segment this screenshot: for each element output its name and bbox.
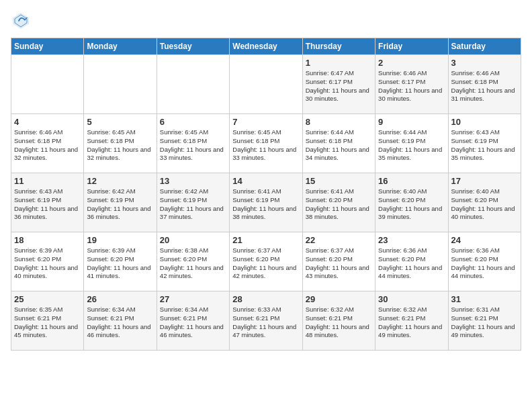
calendar-cell: 16Sunrise: 6:40 AM Sunset: 6:20 PM Dayli… (375, 173, 448, 232)
day-sun-info: Sunrise: 6:43 AM Sunset: 6:19 PM Dayligh… (14, 187, 81, 222)
day-sun-info: Sunrise: 6:34 AM Sunset: 6:21 PM Dayligh… (160, 306, 226, 340)
calendar-week-row: 11Sunrise: 6:43 AM Sunset: 6:19 PM Dayli… (11, 173, 521, 232)
calendar-cell (84, 55, 157, 114)
day-number: 21 (232, 235, 299, 245)
day-of-week-header: Thursday (302, 38, 375, 55)
calendar-cell: 12Sunrise: 6:42 AM Sunset: 6:19 PM Dayli… (84, 173, 157, 232)
calendar-cell: 14Sunrise: 6:41 AM Sunset: 6:19 PM Dayli… (230, 173, 302, 232)
day-sun-info: Sunrise: 6:47 AM Sunset: 6:17 PM Dayligh… (306, 69, 372, 103)
page-header (11, 11, 521, 31)
calendar-cell: 3Sunrise: 6:46 AM Sunset: 6:18 PM Daylig… (448, 55, 521, 114)
day-sun-info: Sunrise: 6:45 AM Sunset: 6:18 PM Dayligh… (87, 128, 153, 163)
day-number: 22 (306, 235, 372, 245)
day-sun-info: Sunrise: 6:32 AM Sunset: 6:21 PM Dayligh… (378, 306, 445, 340)
day-of-week-header: Wednesday (230, 38, 302, 55)
day-of-week-header: Saturday (448, 38, 521, 55)
calendar-cell: 8Sunrise: 6:44 AM Sunset: 6:18 PM Daylig… (302, 114, 375, 173)
day-number: 25 (14, 294, 81, 304)
day-number: 6 (160, 117, 226, 127)
day-sun-info: Sunrise: 6:42 AM Sunset: 6:19 PM Dayligh… (160, 187, 226, 222)
day-sun-info: Sunrise: 6:37 AM Sunset: 6:20 PM Dayligh… (306, 246, 372, 281)
calendar-table: SundayMondayTuesdayWednesdayThursdayFrid… (11, 38, 521, 351)
day-number: 11 (14, 176, 81, 186)
day-number: 29 (306, 294, 372, 304)
day-number: 17 (451, 176, 518, 186)
calendar-cell: 26Sunrise: 6:34 AM Sunset: 6:21 PM Dayli… (84, 291, 157, 351)
day-sun-info: Sunrise: 6:34 AM Sunset: 6:21 PM Dayligh… (87, 306, 153, 340)
calendar-cell: 19Sunrise: 6:39 AM Sunset: 6:20 PM Dayli… (84, 232, 157, 291)
day-sun-info: Sunrise: 6:39 AM Sunset: 6:20 PM Dayligh… (14, 246, 81, 281)
day-number: 13 (160, 176, 226, 186)
day-of-week-header: Tuesday (157, 38, 229, 55)
calendar-cell: 1Sunrise: 6:47 AM Sunset: 6:17 PM Daylig… (302, 55, 375, 114)
day-sun-info: Sunrise: 6:33 AM Sunset: 6:21 PM Dayligh… (232, 306, 299, 340)
calendar-cell: 29Sunrise: 6:32 AM Sunset: 6:21 PM Dayli… (302, 291, 375, 351)
calendar-cell: 11Sunrise: 6:43 AM Sunset: 6:19 PM Dayli… (11, 173, 84, 232)
calendar-cell (230, 55, 302, 114)
logo (11, 11, 34, 31)
calendar-cell: 23Sunrise: 6:36 AM Sunset: 6:20 PM Dayli… (375, 232, 448, 291)
calendar-cell: 9Sunrise: 6:44 AM Sunset: 6:19 PM Daylig… (375, 114, 448, 173)
calendar-cell (157, 55, 229, 114)
day-number: 18 (14, 235, 81, 245)
day-number: 15 (306, 176, 372, 186)
calendar-cell: 7Sunrise: 6:45 AM Sunset: 6:18 PM Daylig… (230, 114, 302, 173)
day-sun-info: Sunrise: 6:45 AM Sunset: 6:18 PM Dayligh… (232, 128, 299, 163)
calendar-cell: 25Sunrise: 6:35 AM Sunset: 6:21 PM Dayli… (11, 291, 84, 351)
day-number: 7 (232, 117, 299, 127)
calendar-week-row: 25Sunrise: 6:35 AM Sunset: 6:21 PM Dayli… (11, 291, 521, 351)
day-of-week-header: Sunday (11, 38, 84, 55)
calendar-week-row: 18Sunrise: 6:39 AM Sunset: 6:20 PM Dayli… (11, 232, 521, 291)
calendar-header: SundayMondayTuesdayWednesdayThursdayFrid… (11, 38, 521, 55)
day-number: 8 (306, 117, 372, 127)
day-sun-info: Sunrise: 6:41 AM Sunset: 6:19 PM Dayligh… (232, 187, 299, 222)
day-sun-info: Sunrise: 6:40 AM Sunset: 6:20 PM Dayligh… (451, 187, 518, 222)
day-sun-info: Sunrise: 6:35 AM Sunset: 6:21 PM Dayligh… (14, 306, 81, 340)
day-sun-info: Sunrise: 6:31 AM Sunset: 6:21 PM Dayligh… (451, 306, 518, 340)
day-sun-info: Sunrise: 6:42 AM Sunset: 6:19 PM Dayligh… (87, 187, 153, 222)
calendar-week-row: 1Sunrise: 6:47 AM Sunset: 6:17 PM Daylig… (11, 55, 521, 114)
day-of-week-header: Monday (84, 38, 157, 55)
day-sun-info: Sunrise: 6:46 AM Sunset: 6:18 PM Dayligh… (14, 128, 81, 163)
day-number: 31 (451, 294, 518, 304)
day-number: 19 (87, 235, 153, 245)
calendar-week-row: 4Sunrise: 6:46 AM Sunset: 6:18 PM Daylig… (11, 114, 521, 173)
calendar-cell: 22Sunrise: 6:37 AM Sunset: 6:20 PM Dayli… (302, 232, 375, 291)
day-sun-info: Sunrise: 6:38 AM Sunset: 6:20 PM Dayligh… (160, 246, 226, 281)
day-number: 10 (451, 117, 518, 127)
calendar-cell: 20Sunrise: 6:38 AM Sunset: 6:20 PM Dayli… (157, 232, 229, 291)
calendar-cell: 4Sunrise: 6:46 AM Sunset: 6:18 PM Daylig… (11, 114, 84, 173)
calendar-cell: 24Sunrise: 6:36 AM Sunset: 6:20 PM Dayli… (448, 232, 521, 291)
day-of-week-header: Friday (375, 38, 448, 55)
calendar-cell: 28Sunrise: 6:33 AM Sunset: 6:21 PM Dayli… (230, 291, 302, 351)
day-number: 16 (378, 176, 445, 186)
day-number: 30 (378, 294, 445, 304)
header-row: SundayMondayTuesdayWednesdayThursdayFrid… (11, 38, 521, 55)
day-number: 5 (87, 117, 153, 127)
calendar-cell: 31Sunrise: 6:31 AM Sunset: 6:21 PM Dayli… (448, 291, 521, 351)
calendar-cell: 15Sunrise: 6:41 AM Sunset: 6:20 PM Dayli… (302, 173, 375, 232)
day-number: 1 (306, 58, 372, 68)
day-sun-info: Sunrise: 6:39 AM Sunset: 6:20 PM Dayligh… (87, 246, 153, 281)
svg-marker-0 (13, 13, 29, 29)
logo-icon (11, 11, 31, 31)
day-number: 2 (378, 58, 445, 68)
day-sun-info: Sunrise: 6:41 AM Sunset: 6:20 PM Dayligh… (306, 187, 372, 222)
calendar-body: 1Sunrise: 6:47 AM Sunset: 6:17 PM Daylig… (11, 55, 521, 351)
calendar-cell: 27Sunrise: 6:34 AM Sunset: 6:21 PM Dayli… (157, 291, 229, 351)
day-sun-info: Sunrise: 6:36 AM Sunset: 6:20 PM Dayligh… (378, 246, 445, 281)
day-sun-info: Sunrise: 6:46 AM Sunset: 6:18 PM Dayligh… (451, 69, 518, 103)
day-sun-info: Sunrise: 6:32 AM Sunset: 6:21 PM Dayligh… (306, 306, 372, 340)
calendar-cell: 21Sunrise: 6:37 AM Sunset: 6:20 PM Dayli… (230, 232, 302, 291)
day-number: 27 (160, 294, 226, 304)
calendar-cell: 2Sunrise: 6:46 AM Sunset: 6:17 PM Daylig… (375, 55, 448, 114)
day-number: 23 (378, 235, 445, 245)
calendar-cell: 6Sunrise: 6:45 AM Sunset: 6:18 PM Daylig… (157, 114, 229, 173)
calendar-cell (11, 55, 84, 114)
calendar-cell: 5Sunrise: 6:45 AM Sunset: 6:18 PM Daylig… (84, 114, 157, 173)
day-number: 14 (232, 176, 299, 186)
calendar-cell: 10Sunrise: 6:43 AM Sunset: 6:19 PM Dayli… (448, 114, 521, 173)
day-number: 9 (378, 117, 445, 127)
day-number: 24 (451, 235, 518, 245)
day-number: 26 (87, 294, 153, 304)
